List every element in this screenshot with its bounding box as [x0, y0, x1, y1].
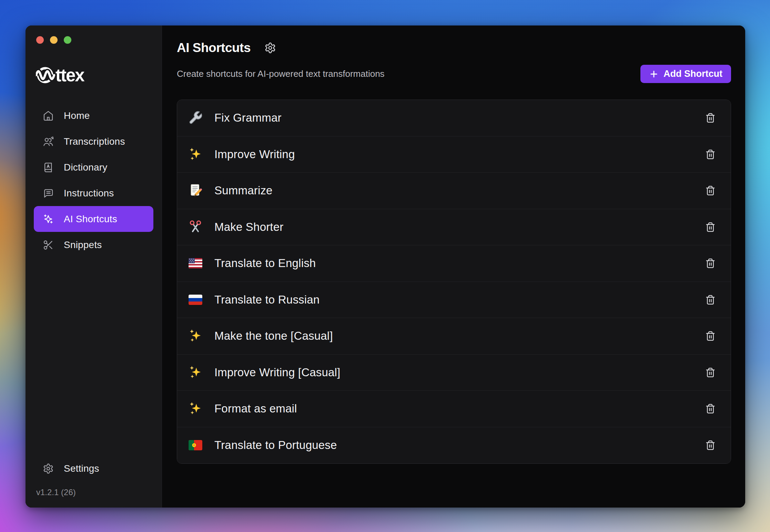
wrench-emoji [188, 110, 203, 126]
shortcut-row-translate-to-russian[interactable]: Translate to Russian [177, 282, 731, 318]
shortcut-row-summarize[interactable]: Summarize [177, 173, 731, 209]
shortcut-label: Summarize [214, 184, 273, 197]
shortcut-row-translate-to-portuguese[interactable]: Translate to Portuguese [177, 427, 731, 464]
shortcut-row-improve-writing-casual[interactable]: Improve Writing [Casual] [177, 355, 731, 391]
shortcut-row-make-shorter[interactable]: Make Shorter [177, 209, 731, 246]
sub-header: Create shortcuts for AI-powered text tra… [177, 65, 731, 83]
close-button[interactable] [36, 36, 44, 44]
sidebar-item-label: Home [64, 110, 90, 121]
trash-icon [705, 222, 716, 232]
shortcut-label: Fix Grammar [214, 111, 282, 124]
shortcut-label: Translate to English [214, 257, 316, 270]
shortcut-row-make-the-tone-casual[interactable]: Make the tone [Casual] [177, 318, 731, 355]
sidebar-item-instructions[interactable]: Instructions [34, 180, 153, 206]
sidebar-item-ai-shortcuts[interactable]: AI Shortcuts [34, 206, 153, 232]
flag-us-emoji [188, 255, 203, 271]
sparkles-emoji [188, 365, 203, 380]
delete-shortcut-button[interactable] [705, 295, 716, 305]
add-shortcut-label: Add Shortcut [663, 69, 722, 79]
page-title: AI Shortcuts [177, 41, 251, 55]
delete-shortcut-button[interactable] [705, 403, 716, 414]
dictionary-icon [43, 162, 54, 173]
sidebar-item-label: Snippets [64, 239, 102, 250]
sidebar-nav: HomeTranscriptionsDictionaryInstructions… [26, 103, 162, 258]
shortcut-row-improve-writing[interactable]: Improve Writing [177, 136, 731, 173]
page-subtitle: Create shortcuts for AI-powered text tra… [177, 69, 385, 79]
ottex-logo: ttex [36, 64, 162, 85]
shortcut-list: Fix GrammarImprove WritingSummarizeMake … [177, 100, 731, 464]
gear-icon [43, 463, 54, 474]
trash-icon [705, 331, 716, 341]
sidebar-item-label: Transcriptions [64, 136, 125, 147]
sidebar-item-label: AI Shortcuts [64, 214, 117, 225]
traffic-lights [26, 25, 162, 44]
shortcut-label: Make the tone [Casual] [214, 329, 333, 342]
sidebar-item-snippets[interactable]: Snippets [34, 232, 153, 258]
shortcuts-settings-button[interactable] [264, 42, 276, 54]
sidebar-item-label: Instructions [64, 188, 114, 199]
trash-icon [705, 149, 716, 160]
delete-shortcut-button[interactable] [705, 185, 716, 196]
sidebar-item-label: Settings [64, 463, 99, 474]
app-window: ttex HomeTranscriptionsDictionaryInstruc… [26, 25, 745, 508]
shortcut-row-format-as-email[interactable]: Format as email [177, 391, 731, 427]
delete-shortcut-button[interactable] [705, 113, 716, 123]
trash-icon [705, 113, 716, 123]
trash-icon [705, 440, 716, 450]
delete-shortcut-button[interactable] [705, 440, 716, 450]
sidebar: ttex HomeTranscriptionsDictionaryInstruc… [26, 25, 162, 508]
delete-shortcut-button[interactable] [705, 258, 716, 268]
shortcut-label: Translate to Russian [214, 293, 320, 306]
sidebar-item-transcriptions[interactable]: Transcriptions [34, 129, 153, 154]
sparkles-emoji [188, 401, 203, 417]
shortcut-label: Improve Writing [214, 148, 295, 161]
logo-text: ttex [55, 65, 84, 84]
shortcut-label: Format as email [214, 402, 297, 415]
delete-shortcut-button[interactable] [705, 149, 716, 160]
zoom-button[interactable] [64, 36, 71, 44]
trash-icon [705, 367, 716, 378]
add-shortcut-button[interactable]: Add Shortcut [640, 65, 731, 83]
shortcut-row-translate-to-english[interactable]: Translate to English [177, 245, 731, 282]
trash-icon [705, 403, 716, 414]
sparkles-icon [43, 214, 54, 225]
plus-icon [649, 69, 659, 79]
shortcut-label: Make Shorter [214, 221, 283, 234]
scissors-emoji [188, 219, 203, 235]
delete-shortcut-button[interactable] [705, 367, 716, 378]
shortcut-row-fix-grammar[interactable]: Fix Grammar [177, 100, 731, 136]
delete-shortcut-button[interactable] [705, 222, 716, 232]
sidebar-item-dictionary[interactable]: Dictionary [34, 154, 153, 180]
transcriptions-icon [43, 136, 54, 147]
header: AI Shortcuts [177, 41, 731, 55]
instructions-icon [43, 188, 54, 199]
flag-ru-emoji [188, 292, 203, 308]
shortcut-label: Translate to Portuguese [214, 439, 337, 452]
flag-pt-emoji [188, 437, 203, 453]
sidebar-item-settings[interactable]: Settings [34, 456, 153, 481]
delete-shortcut-button[interactable] [705, 331, 716, 341]
trash-icon [705, 185, 716, 196]
main-content: AI Shortcuts Create shortcuts for AI-pow… [162, 25, 745, 508]
sparkles-emoji [188, 328, 203, 344]
trash-icon [705, 295, 716, 305]
home-icon [43, 110, 54, 121]
sidebar-item-home[interactable]: Home [34, 103, 153, 129]
sparkles-emoji [188, 146, 203, 162]
sidebar-bottom: Settings v1.2.1 (26) [26, 456, 162, 508]
minimize-button[interactable] [50, 36, 58, 44]
app-version: v1.2.1 (26) [34, 488, 153, 508]
trash-icon [705, 258, 716, 268]
sidebar-item-label: Dictionary [64, 162, 107, 173]
scissors-icon [43, 239, 54, 250]
memo-emoji [188, 183, 203, 198]
shortcut-label: Improve Writing [Casual] [214, 366, 340, 379]
